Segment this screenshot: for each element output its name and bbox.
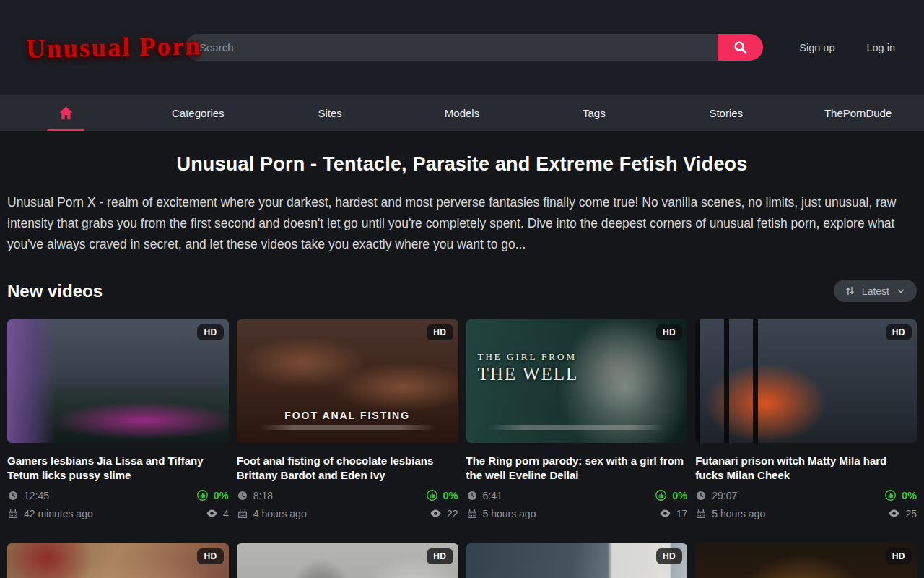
thumbs-up-icon (426, 489, 438, 501)
main-nav: Categories Sites Models Tags Stories The… (0, 95, 924, 131)
page-title: Unusual Porn - Tentacle, Parasite and Ex… (0, 153, 924, 176)
hd-badge: HD (197, 324, 223, 340)
eye-icon (888, 507, 900, 519)
video-title[interactable]: Futanari prison witch Matty Mila hard fu… (695, 454, 917, 483)
page-description: Unusual Porn X - realm of excitement whe… (7, 192, 917, 255)
eye-icon (659, 507, 671, 519)
upload-age: 5 hours ago (695, 507, 884, 519)
upload-age: 5 hours ago (466, 507, 655, 519)
rating: 0% (196, 489, 229, 501)
eye-icon (206, 507, 218, 519)
video-card[interactable]: HD (466, 543, 688, 578)
hd-badge: HD (656, 548, 682, 564)
site-logo[interactable]: Unusual Porn (26, 30, 164, 64)
videos-section-head: New videos Latest (7, 280, 917, 302)
hd-badge: HD (886, 548, 912, 564)
view-count: 17 (659, 507, 688, 519)
thumbnail-credits-bar (488, 425, 665, 430)
sort-arrows-icon (845, 285, 855, 296)
home-icon (58, 105, 74, 121)
clock-icon (695, 490, 707, 501)
video-title[interactable]: Foot anal fisting of chocolate lesbians … (237, 454, 458, 483)
hd-badge: HD (656, 324, 682, 340)
rating: 0% (655, 489, 687, 501)
duration: 6:41 (466, 489, 655, 501)
video-meta: 29:07 0% 5 hours ago 25 (695, 489, 917, 519)
thumbs-up-icon (196, 489, 209, 501)
search-icon (732, 39, 749, 56)
chevron-down-icon (896, 286, 906, 296)
nav-item-categories[interactable]: Categories (132, 95, 264, 131)
video-thumbnail[interactable]: HD FOOT ANAL FISTING (237, 319, 458, 443)
nav-item-home[interactable] (0, 95, 132, 131)
login-link[interactable]: Log in (866, 42, 895, 53)
nav-item-sites[interactable]: Sites (264, 95, 396, 131)
video-thumbnail[interactable]: HD (7, 543, 229, 578)
hd-badge: HD (197, 548, 223, 564)
video-grid: HD Gamers lesbians Jia Lissa and Tiffany… (7, 319, 917, 578)
clock-icon (7, 490, 19, 501)
section-title: New videos (7, 281, 103, 301)
thumbs-up-icon (655, 489, 667, 501)
video-card[interactable]: HD THE GIRL FROM THE WELL The Ring porn … (466, 319, 688, 519)
search-input[interactable] (185, 34, 718, 61)
video-card[interactable]: HD (695, 543, 917, 578)
search-bar (185, 34, 763, 61)
hd-badge: HD (427, 324, 453, 340)
site-header: Unusual Porn Sign up Log in (0, 0, 924, 95)
video-card[interactable]: HD (7, 543, 229, 578)
video-thumbnail[interactable]: HD (7, 319, 229, 443)
duration: 29:07 (695, 489, 884, 501)
video-thumbnail[interactable]: HD (237, 543, 458, 578)
view-count: 22 (430, 507, 458, 519)
video-thumbnail[interactable]: HD (695, 319, 917, 443)
search-button[interactable] (718, 34, 763, 61)
calendar-icon (695, 508, 707, 519)
sort-dropdown[interactable]: Latest (834, 280, 917, 302)
clock-icon (237, 490, 248, 501)
calendar-icon (237, 508, 248, 519)
view-count: 25 (888, 507, 917, 519)
thumbnail-title-overlay: THE GIRL FROM THE WELL (478, 351, 579, 384)
nav-item-theporndude[interactable]: ThePornDude (792, 95, 924, 131)
calendar-icon (466, 508, 478, 519)
duration: 8:18 (237, 489, 426, 501)
video-title[interactable]: Gamers lesbians Jia Lissa and Tiffany Te… (7, 454, 229, 483)
hd-badge: HD (886, 324, 912, 340)
sort-label: Latest (862, 285, 889, 297)
video-meta: 6:41 0% 5 hours ago 17 (466, 489, 688, 519)
video-title[interactable]: The Ring porn parody: sex with a girl fr… (466, 454, 688, 483)
clock-icon (466, 490, 478, 501)
video-thumbnail[interactable]: HD THE GIRL FROM THE WELL (466, 319, 688, 443)
thumbs-up-icon (884, 489, 897, 501)
thumbnail-credits-bar (258, 425, 435, 430)
eye-icon (430, 507, 442, 519)
video-card[interactable]: HD Futanari prison witch Matty Mila hard… (695, 319, 917, 519)
hd-badge: HD (427, 548, 453, 564)
view-count: 4 (206, 507, 229, 519)
nav-item-models[interactable]: Models (396, 95, 528, 131)
video-meta: 8:18 0% 4 hours ago 22 (237, 489, 458, 519)
calendar-icon (7, 508, 19, 519)
video-meta: 12:45 0% 42 minutes ago 4 (7, 489, 229, 519)
rating: 0% (426, 489, 458, 501)
video-card[interactable]: HD Gamers lesbians Jia Lissa and Tiffany… (7, 319, 229, 519)
duration: 12:45 (7, 489, 196, 501)
nav-item-tags[interactable]: Tags (528, 95, 660, 131)
video-card[interactable]: HD FOOT ANAL FISTING Foot anal fisting o… (237, 319, 458, 519)
rating: 0% (884, 489, 917, 501)
upload-age: 42 minutes ago (7, 507, 196, 519)
nav-item-stories[interactable]: Stories (660, 95, 792, 131)
auth-links: Sign up Log in (799, 42, 895, 53)
active-tab-indicator (47, 129, 84, 131)
video-card[interactable]: HD (237, 543, 458, 578)
video-thumbnail[interactable]: HD (695, 543, 917, 578)
video-thumbnail[interactable]: HD (466, 543, 688, 578)
signup-link[interactable]: Sign up (799, 42, 834, 53)
thumbnail-caption: FOOT ANAL FISTING (237, 410, 458, 421)
upload-age: 4 hours ago (237, 507, 426, 519)
